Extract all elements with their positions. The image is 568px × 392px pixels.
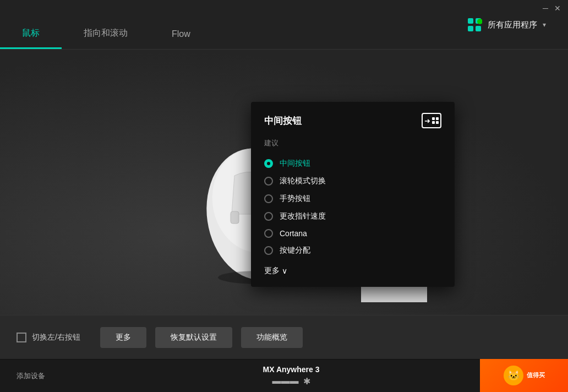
apps-chevron-icon: ▾ bbox=[543, 21, 546, 29]
main-content: logi 中间按钮 ➜ bbox=[0, 50, 568, 359]
option-label-scroll-mode: 滚轮模式切换 bbox=[280, 176, 326, 186]
watermark-text: 值得买 bbox=[527, 371, 545, 379]
option-key-assign[interactable]: 按键分配 bbox=[264, 242, 441, 259]
tab-flow[interactable]: Flow bbox=[150, 0, 212, 49]
bottom-toolbar: 切换左/右按钮 更多 恢复默认设置 功能概览 bbox=[0, 315, 568, 359]
swap-buttons-checkbox[interactable] bbox=[17, 333, 26, 342]
apps-grid-icon bbox=[467, 17, 482, 32]
option-middle-button[interactable]: 中间按钮 bbox=[264, 155, 441, 172]
popup-card: 中间按钮 ➜ 建议 中间按钮 滚轮模式切换 bbox=[251, 102, 455, 287]
tab-pointing[interactable]: 指向和滚动 bbox=[62, 0, 150, 49]
radio-key-assign bbox=[264, 246, 273, 255]
more-options-button[interactable]: 更多 ∨ bbox=[264, 266, 287, 276]
device-name: MX Anywhere 3 bbox=[263, 365, 320, 374]
popup-header: 中间按钮 ➜ bbox=[264, 113, 441, 128]
svg-rect-2 bbox=[468, 26, 473, 31]
option-label-pointer-speed: 更改指针速度 bbox=[280, 211, 326, 221]
svg-rect-0 bbox=[468, 18, 473, 24]
button-assign-icon: ➜ bbox=[422, 113, 441, 128]
option-cortana[interactable]: Cortana bbox=[264, 225, 441, 242]
option-label-cortana: Cortana bbox=[280, 229, 307, 238]
bluetooth-icon: ✱ bbox=[303, 376, 310, 386]
tab-mouse[interactable]: 鼠标 bbox=[0, 0, 62, 49]
watermark-avatar: 🐱 bbox=[504, 366, 523, 385]
close-button[interactable]: ✕ bbox=[554, 4, 561, 12]
nav-bar: 鼠标 指向和滚动 Flow 所有应用程序 ▾ bbox=[0, 0, 568, 50]
title-bar: ─ ✕ bbox=[535, 0, 568, 17]
reset-button[interactable]: 恢复默认设置 bbox=[155, 327, 232, 348]
radio-middle-button bbox=[264, 159, 273, 168]
option-label-gesture: 手势按钮 bbox=[280, 194, 310, 204]
minimize-button[interactable]: ─ bbox=[542, 4, 549, 12]
checkbox-area: 切换左/右按钮 bbox=[17, 333, 80, 342]
more-button[interactable]: 更多 bbox=[100, 327, 146, 348]
radio-cortana bbox=[264, 229, 273, 238]
option-scroll-mode[interactable]: 滚轮模式切换 bbox=[264, 172, 441, 190]
svg-rect-3 bbox=[476, 26, 481, 31]
option-gesture[interactable]: 手势按钮 bbox=[264, 190, 441, 208]
overview-button[interactable]: 功能概览 bbox=[241, 327, 303, 348]
option-pointer-speed[interactable]: 更改指针速度 bbox=[264, 208, 441, 225]
svg-rect-12 bbox=[231, 211, 239, 224]
option-label-middle-button: 中间按钮 bbox=[280, 159, 310, 168]
apps-label: 所有应用程序 bbox=[488, 20, 537, 30]
popup-title: 中间按钮 bbox=[264, 115, 302, 127]
add-device-button[interactable]: 添加设备 bbox=[17, 371, 45, 381]
radio-gesture bbox=[264, 194, 273, 203]
option-label-key-assign: 按键分配 bbox=[280, 246, 310, 255]
nav-tabs: 鼠标 指向和滚动 Flow bbox=[0, 0, 212, 49]
battery-icon: ▬▬▬ bbox=[272, 376, 299, 386]
radio-scroll-mode bbox=[264, 177, 273, 186]
device-info: MX Anywhere 3 ▬▬▬ ✱ bbox=[263, 365, 320, 386]
radio-pointer-speed bbox=[264, 212, 273, 221]
device-status-icons: ▬▬▬ ✱ bbox=[272, 376, 310, 386]
swap-buttons-label: 切换左/右按钮 bbox=[32, 333, 80, 342]
watermark: 🐱 值得买 bbox=[480, 359, 568, 392]
apps-area[interactable]: 所有应用程序 ▾ bbox=[467, 0, 546, 50]
popup-section-label: 建议 bbox=[264, 138, 441, 148]
